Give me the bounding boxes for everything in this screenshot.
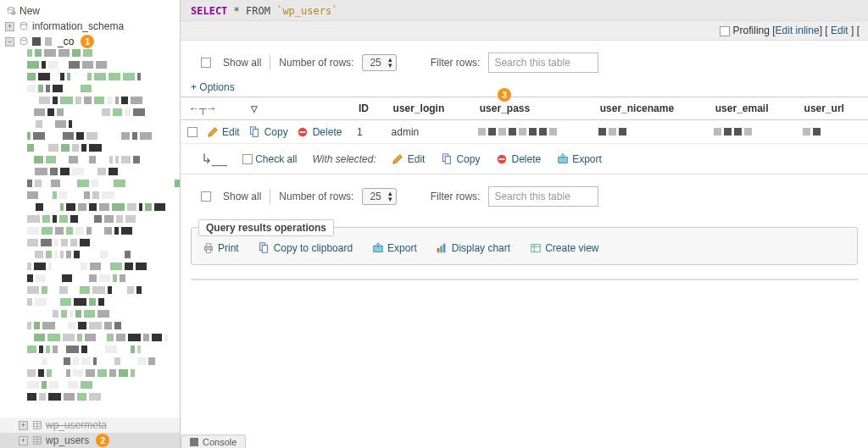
op-display-chart[interactable]: Display chart <box>436 241 510 254</box>
num-rows-label-b: Number of rows: <box>279 191 353 202</box>
callout-badge-2: 2 <box>96 434 109 447</box>
edit-link[interactable]: Edit <box>831 25 849 36</box>
sort-desc-icon[interactable]: ▽ <box>251 104 258 113</box>
col-id[interactable]: ID <box>350 97 385 120</box>
op-print[interactable]: Print <box>202 241 239 254</box>
profiling-label: Profiling <box>733 25 770 36</box>
console-tab[interactable]: Console <box>181 434 246 448</box>
num-rows-select[interactable]: 25 ▴▾ <box>362 54 396 71</box>
tree-new[interactable]: New <box>5 3 178 19</box>
tree-information-schema[interactable]: + information_schema <box>5 19 178 34</box>
svg-point-0 <box>8 8 14 10</box>
cell-user-email <box>707 120 796 144</box>
select-updown-icon: ▴▾ <box>388 57 392 69</box>
expand-icon[interactable]: + <box>19 436 28 445</box>
delete-icon <box>495 152 508 165</box>
op-copy-clipboard[interactable]: Copy to clipboard <box>258 241 353 254</box>
show-all-checkbox-b[interactable] <box>201 191 211 202</box>
tree-wp-users[interactable]: + wp_users 2 <box>0 433 180 448</box>
table-icon <box>31 435 42 446</box>
tree-wp-usermeta[interactable]: + wp_usermeta <box>0 418 180 433</box>
cell-user-url <box>796 120 868 144</box>
num-rows-value: 25 <box>370 57 381 69</box>
select-arrow-icon: ↳__ <box>201 151 227 167</box>
col-user-email[interactable]: user_email <box>707 97 796 120</box>
svg-rect-23 <box>443 243 446 252</box>
edit-inline-link[interactable]: Edit inline <box>776 25 820 36</box>
op-create-view[interactable]: Create view <box>529 241 598 254</box>
cell-user-pass <box>471 120 592 144</box>
callout-badge-1: 1 <box>81 35 94 48</box>
row-delete-link[interactable]: Delete <box>297 125 342 138</box>
results-table: ←┬→ ▽ ID user_login user_pass user_nicen… <box>181 97 868 144</box>
copy-icon <box>248 125 261 138</box>
op-export[interactable]: Export <box>371 241 417 254</box>
options-toggle[interactable]: + Options <box>181 81 868 97</box>
console-icon <box>190 438 198 446</box>
sidebar: New + information_schema − _co 1 + wp_us… <box>0 0 181 448</box>
ws-delete[interactable]: Delete <box>495 152 541 165</box>
pencil-icon <box>392 152 404 165</box>
with-selected-label: With selected: <box>313 153 376 165</box>
view-icon <box>529 241 542 254</box>
ws-edit[interactable]: Edit <box>392 152 426 165</box>
svg-rect-17 <box>206 249 210 252</box>
tree-current-db[interactable]: − _co 1 <box>5 34 178 49</box>
svg-point-2 <box>20 23 27 25</box>
delete-icon <box>297 125 309 138</box>
num-rows-select-b[interactable]: 25 ▴▾ <box>362 188 396 205</box>
pager-bottom: Show all Number of rows: 25 ▴▾ Filter ro… <box>181 174 868 215</box>
cell-user-nicename <box>592 120 707 144</box>
col-user-pass[interactable]: user_pass <box>471 97 592 120</box>
check-all-link[interactable]: Check all <box>255 153 297 165</box>
cell-user-login: admin <box>385 120 471 144</box>
db-icon <box>18 21 29 32</box>
tree-db-label: _co <box>58 36 74 47</box>
row-copy-link[interactable]: Copy <box>248 125 288 138</box>
svg-rect-22 <box>441 246 443 252</box>
col-user-login[interactable]: user_login <box>385 97 471 120</box>
cell-id: 1 <box>350 120 385 144</box>
show-all-checkbox[interactable] <box>201 58 211 68</box>
table-row: Edit Copy Delete 1 admin <box>181 120 868 144</box>
new-db-icon <box>5 6 16 17</box>
pencil-icon <box>206 125 219 138</box>
col-user-nicename[interactable]: user_nicename <box>592 97 707 120</box>
export-icon <box>556 152 569 165</box>
query-actions-bar: Profiling [Edit inline] [ Edit ] [ <box>181 21 868 41</box>
export-icon <box>371 241 384 254</box>
col-user-url[interactable]: user_url <box>796 97 868 120</box>
check-all-checkbox[interactable] <box>242 154 253 164</box>
filter-rows-input-b[interactable] <box>488 186 598 207</box>
ws-export[interactable]: Export <box>556 152 602 165</box>
svg-rect-16 <box>206 243 210 246</box>
svg-rect-7 <box>253 129 258 136</box>
with-selected-bar: ↳__ Check all With selected: Edit Copy D… <box>181 144 868 174</box>
svg-rect-19 <box>262 245 267 252</box>
svg-point-3 <box>20 38 27 41</box>
row-edit-link[interactable]: Edit <box>206 125 240 138</box>
tree-tables-blurred <box>0 49 180 431</box>
chart-icon <box>436 241 448 254</box>
nav-arrows-icon[interactable]: ←┬→ <box>189 102 217 114</box>
query-results-operations: Query results operations Print Copy to c… <box>191 227 858 265</box>
filter-rows-label: Filter rows: <box>431 57 481 69</box>
show-all-label-b: Show all <box>223 191 261 202</box>
sql-table: `wp_users` <box>276 5 337 17</box>
db-icon <box>18 36 29 47</box>
sql-query: SELECT * FROM `wp_users` <box>181 0 868 21</box>
main-panel: SELECT * FROM `wp_users` Profiling [Edit… <box>181 0 868 448</box>
svg-rect-21 <box>437 248 440 252</box>
filter-rows-label-b: Filter rows: <box>431 191 481 202</box>
sql-mid: * FROM <box>227 5 276 17</box>
ws-copy[interactable]: Copy <box>440 152 480 165</box>
expand-icon[interactable]: + <box>5 22 14 31</box>
expand-icon[interactable]: + <box>19 421 28 430</box>
row-checkbox[interactable] <box>187 127 198 137</box>
profiling-checkbox[interactable] <box>720 26 730 36</box>
filter-rows-input[interactable] <box>488 53 598 73</box>
svg-rect-9 <box>300 131 306 133</box>
tree-wp-users-label: wp_users <box>46 434 89 446</box>
collapse-icon[interactable]: − <box>5 37 14 47</box>
tree-info-schema-label: information_schema <box>32 20 124 32</box>
